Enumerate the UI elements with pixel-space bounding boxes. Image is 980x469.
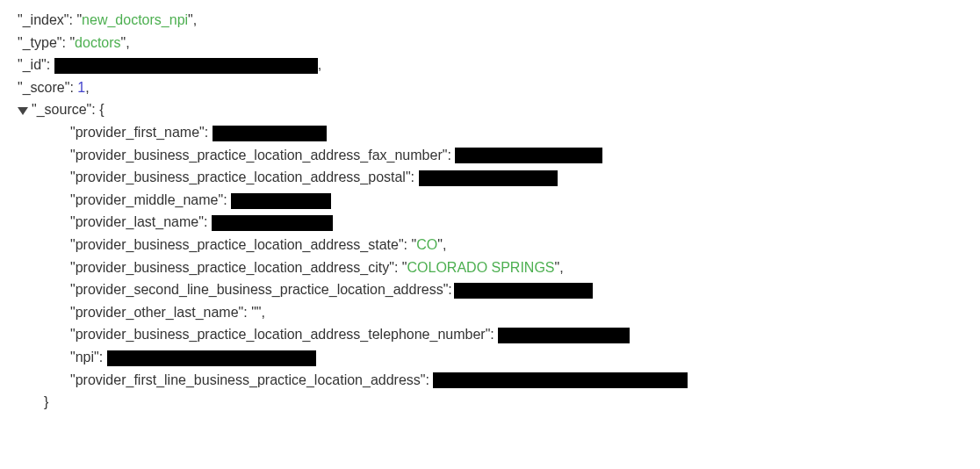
redacted-telephone [498,328,630,343]
row-postal: "provider_business_practice_location_add… [18,166,962,189]
row-first-line: "provider_first_line_business_practice_l… [18,369,962,392]
key-source: _source [37,102,87,117]
redacted-postal [419,170,558,186]
value-state: CO [416,237,437,252]
redacted-first-line [433,372,688,388]
key-telephone: provider_business_practice_location_addr… [76,327,486,342]
key-other-last-name: provider_other_last_name [76,305,239,320]
value-type: doctors [75,35,120,50]
redacted-middle-name [231,193,331,209]
value-city: COLORADO SPRINGS [407,260,555,275]
value-index: new_doctors_npi [82,12,188,27]
key-state: provider_business_practice_location_addr… [76,237,399,252]
key-id: _id [23,57,41,72]
redacted-npi [107,350,316,366]
row-id: "_id": , [18,54,962,76]
row-fax: "provider_business_practice_location_add… [18,144,962,167]
key-last-name: provider_last_name [76,214,199,229]
row-source-header[interactable]: "_source": { [18,98,962,121]
key-provider-first-name: provider_first_name [76,125,199,140]
key-second-line: provider_second_line_business_practice_l… [76,282,443,297]
row-source-close: } [18,391,962,414]
key-type: _type [23,35,57,50]
key-first-line: provider_first_line_business_practice_lo… [76,372,421,387]
row-state: "provider_business_practice_location_add… [18,234,962,256]
value-score: 1 [77,80,85,95]
row-other-last-name: "provider_other_last_name": "", [18,301,962,324]
row-npi: "npi": [18,346,962,369]
row-second-line: "provider_second_line_business_practice_… [18,278,962,301]
key-city: provider_business_practice_location_addr… [76,260,390,275]
key-npi: npi [76,350,94,364]
caret-down-icon[interactable] [18,107,28,115]
redacted-fax [455,148,602,163]
redacted-last-name [212,215,333,231]
row-city: "provider_business_practice_location_add… [18,256,962,279]
json-viewer: "_index": "new_doctors_npi", "_type": "d… [18,9,962,414]
row-type: "_type": "doctors", [18,32,962,54]
row-telephone: "provider_business_practice_location_add… [18,323,962,346]
redacted-id [54,58,318,74]
row-score: "_score": 1, [18,76,962,99]
redacted-first-name [213,126,327,141]
redacted-second-line [454,283,593,299]
row-provider-first-name: "provider_first_name": [18,121,962,144]
key-index: _index [23,12,64,27]
key-fax: provider_business_practice_location_addr… [76,148,443,162]
row-index: "_index": "new_doctors_npi", [18,9,962,32]
row-middle-name: "provider_middle_name": [18,189,962,212]
key-middle-name: provider_middle_name [76,192,219,207]
key-postal: provider_business_practice_location_addr… [76,170,406,184]
row-last-name: "provider_last_name": [18,211,962,234]
key-score: _score [23,80,65,95]
